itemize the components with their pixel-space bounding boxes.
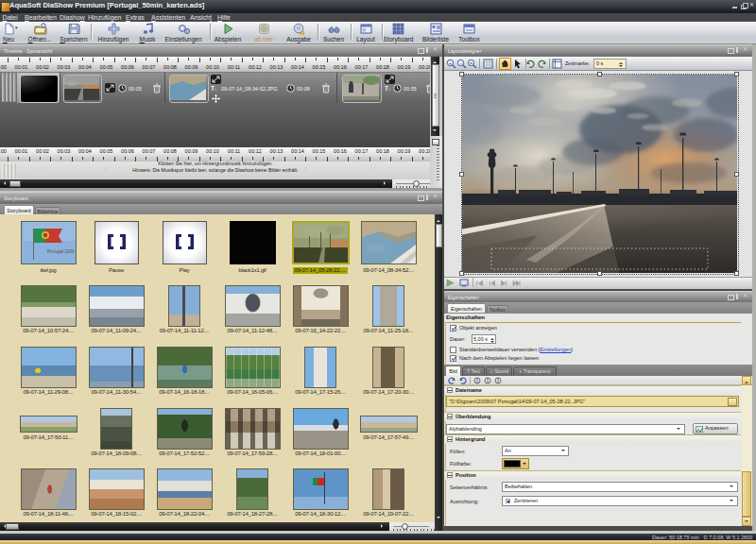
- svg-text:=: =: [470, 60, 473, 66]
- svg-text:+: +: [449, 60, 453, 66]
- svg-text:-: -: [460, 60, 462, 66]
- svg-text:Portugal 2009: Portugal 2009: [47, 249, 75, 254]
